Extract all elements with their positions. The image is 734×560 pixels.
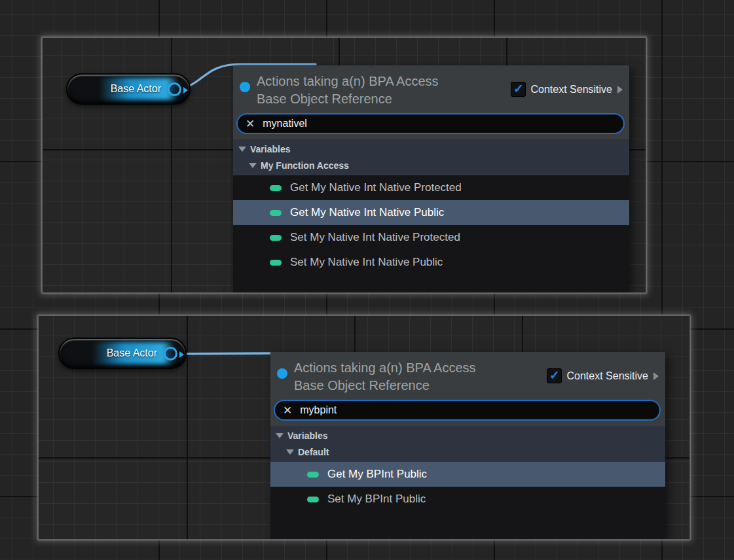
search-input[interactable] — [263, 118, 615, 130]
variable-pill-icon — [270, 210, 282, 216]
list-item[interactable]: Set My Native Int Native Protected — [233, 225, 629, 250]
search-box[interactable]: ✕ — [274, 400, 661, 421]
node-label: Base Actor — [107, 347, 157, 359]
graph-panel-top: Base Actor Actions taking a(n) BPA Acces… — [42, 37, 646, 293]
collapse-arrow-icon[interactable] — [249, 163, 257, 168]
list-empty-area — [270, 512, 665, 539]
variable-pill-icon — [307, 472, 319, 478]
menu-title: Actions taking a(n) BPA Access Base Obje… — [257, 73, 511, 108]
submenu-arrow-icon[interactable] — [653, 372, 659, 380]
context-sensitive-label: Context Sensitive — [530, 84, 612, 96]
checkmark-icon: ✓ — [549, 369, 560, 381]
base-actor-node[interactable]: Base Actor — [58, 338, 187, 369]
node-label: Base Actor — [111, 83, 161, 95]
menu-header: Actions taking a(n) BPA Access Base Obje… — [270, 352, 665, 397]
base-actor-node[interactable]: Base Actor — [66, 73, 191, 105]
category-variables[interactable]: Variables — [233, 141, 629, 157]
collapse-arrow-icon[interactable] — [286, 449, 294, 455]
category-variables[interactable]: Variables — [270, 427, 665, 444]
list-empty-area — [233, 275, 629, 292]
context-sensitive-label: Context Sensitive — [566, 370, 648, 382]
collapse-arrow-icon[interactable] — [238, 147, 246, 152]
context-sensitive-checkbox[interactable]: ✓ — [511, 82, 526, 97]
action-list: Variables My Function Access Get My Nati… — [233, 139, 629, 292]
category-default[interactable]: Default — [270, 444, 665, 460]
context-menu: Actions taking a(n) BPA Access Base Obje… — [233, 65, 629, 292]
menu-header: Actions taking a(n) BPA Access Base Obje… — [233, 65, 629, 111]
list-item-selected[interactable]: Get My BPInt Public — [270, 462, 665, 487]
list-item[interactable]: Get My Native Int Native Protected — [233, 175, 629, 200]
category-block: Variables Default — [270, 426, 665, 462]
search-box[interactable]: ✕ — [236, 113, 625, 134]
collapse-arrow-icon[interactable] — [276, 433, 284, 438]
context-sensitive-toggle[interactable]: ✓ Context Sensitive — [511, 82, 624, 97]
context-sensitive-checkbox[interactable]: ✓ — [547, 368, 562, 383]
object-pin-icon — [277, 368, 287, 379]
list-item[interactable]: Set My Native Int Native Public — [233, 250, 629, 275]
submenu-arrow-icon[interactable] — [617, 86, 623, 94]
variable-pill-icon — [270, 260, 282, 266]
output-pin-icon[interactable] — [164, 347, 177, 360]
graph-panel-bottom: Base Actor Actions taking a(n) BPA Acces… — [38, 315, 690, 540]
clear-search-icon[interactable]: ✕ — [283, 405, 292, 416]
object-pin-icon — [240, 82, 250, 92]
category-block: Variables My Function Access — [233, 139, 629, 175]
search-input[interactable] — [300, 404, 651, 416]
checkmark-icon: ✓ — [513, 82, 524, 95]
action-list: Variables Default Get My BPInt Public Se… — [270, 426, 665, 539]
context-sensitive-toggle[interactable]: ✓ Context Sensitive — [547, 368, 660, 383]
clear-search-icon[interactable]: ✕ — [246, 118, 255, 130]
variable-pill-icon — [307, 497, 319, 502]
context-menu: Actions taking a(n) BPA Access Base Obje… — [270, 352, 665, 539]
category-my-function-access[interactable]: My Function Access — [233, 157, 629, 173]
variable-pill-icon — [270, 185, 282, 191]
variable-pill-icon — [270, 235, 282, 241]
list-item[interactable]: Set My BPInt Public — [270, 487, 665, 512]
menu-title: Actions taking a(n) BPA Access Base Obje… — [294, 359, 547, 394]
output-pin-icon[interactable] — [168, 82, 181, 96]
list-item-selected[interactable]: Get My Native Int Native Public — [233, 200, 629, 225]
